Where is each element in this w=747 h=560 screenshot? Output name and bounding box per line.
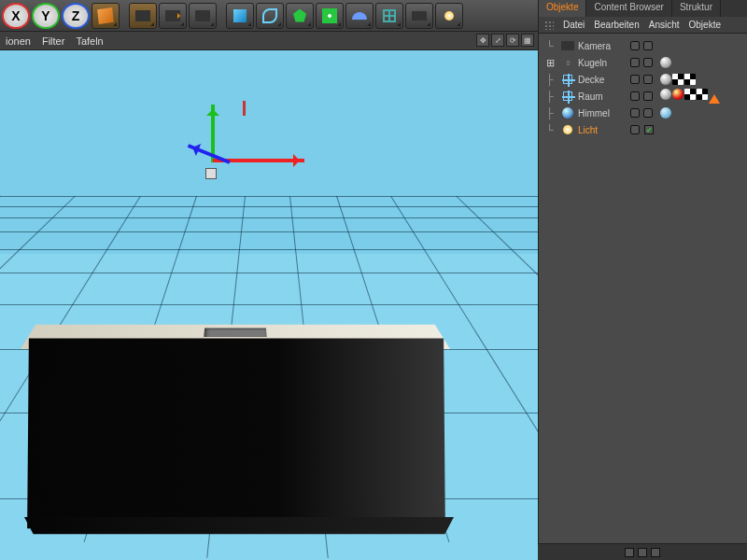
- tree-line: └: [541, 40, 559, 51]
- object-name[interactable]: Decke: [578, 75, 627, 85]
- camera-tool[interactable]: [405, 3, 433, 29]
- object-name[interactable]: Licht: [578, 125, 627, 135]
- spline-tool[interactable]: [256, 3, 284, 29]
- visibility-toggle[interactable]: [630, 91, 640, 101]
- tree-expand[interactable]: ⊞: [541, 57, 559, 69]
- tab-struktur[interactable]: Struktur: [672, 0, 721, 17]
- panel-tabs: Objekte Content Browser Struktur: [539, 0, 747, 17]
- panel-menu-objekte[interactable]: Objekte: [689, 20, 721, 30]
- object-row-himmel[interactable]: ├ Himmel: [541, 105, 745, 121]
- compositing-tag-icon[interactable]: [672, 74, 684, 85]
- status-led: [651, 548, 660, 557]
- axis-y-button[interactable]: Y: [32, 3, 60, 29]
- floor-icon: [383, 9, 396, 22]
- render-toggle[interactable]: [643, 108, 653, 118]
- render-toggle[interactable]: [643, 41, 653, 50]
- material-red-tag-icon[interactable]: [672, 89, 684, 100]
- viewport-orbit-icon[interactable]: ⟳: [506, 34, 519, 47]
- render-settings-button[interactable]: [159, 3, 187, 29]
- array-tool[interactable]: [316, 3, 344, 29]
- box-bottom-face: [24, 517, 454, 534]
- generator-icon: [293, 9, 306, 22]
- object-row-kugeln[interactable]: ⊞ 0 Kugeln: [541, 54, 745, 71]
- render-toggle[interactable]: [643, 58, 653, 67]
- deformer-tool[interactable]: [345, 3, 374, 29]
- panel-menu-datei[interactable]: Datei: [563, 20, 585, 30]
- menu-optionen[interactable]: ionen: [6, 35, 31, 47]
- compositing-tag-icon[interactable]: [684, 74, 696, 85]
- compositing-tag-icon[interactable]: [697, 89, 708, 100]
- null-icon: [561, 73, 574, 86]
- tree-line: ├: [541, 74, 559, 85]
- generator-tool[interactable]: [286, 3, 314, 29]
- material-tag-icon[interactable]: [660, 74, 671, 85]
- coord-system-button[interactable]: [92, 3, 120, 29]
- tab-objekte[interactable]: Objekte: [539, 0, 586, 17]
- axis-z-button[interactable]: Z: [62, 3, 90, 29]
- clapper-arrow-icon: [165, 10, 180, 21]
- flower-icon: [322, 8, 337, 23]
- box-top-hole: [204, 329, 267, 337]
- render-picture-button[interactable]: [189, 3, 217, 29]
- object-row-decke[interactable]: ├ Decke: [541, 71, 745, 88]
- light-tool[interactable]: [435, 3, 463, 29]
- viewport-3d[interactable]: [0, 50, 538, 560]
- null-icon: [561, 90, 574, 103]
- status-led: [638, 548, 647, 557]
- material-sky-tag-icon[interactable]: [660, 107, 671, 119]
- visibility-toggle[interactable]: [630, 125, 640, 134]
- viewport-zoom-icon[interactable]: ⤢: [491, 34, 504, 47]
- object-name[interactable]: Kamera: [578, 41, 627, 51]
- material-tag-icon[interactable]: [660, 57, 671, 68]
- object-name[interactable]: Raum: [578, 91, 627, 102]
- viewport-layout-icon[interactable]: ▦: [521, 34, 534, 47]
- visibility-toggle[interactable]: [630, 58, 640, 67]
- tag-list: [660, 89, 720, 104]
- axis-x-button[interactable]: X: [2, 3, 30, 29]
- panel-grip-icon[interactable]: [544, 21, 554, 30]
- sky-icon: [561, 106, 574, 119]
- tag-list: [660, 57, 671, 68]
- statusbar: [538, 543, 747, 560]
- compositing-tag-icon[interactable]: [684, 89, 696, 100]
- phong-tag-icon[interactable]: [709, 89, 720, 104]
- main-toolbar: X Y Z: [0, 0, 538, 32]
- viewport-nav-icons: ✥ ⤢ ⟳ ▦: [476, 34, 534, 47]
- menu-filter[interactable]: Filter: [42, 35, 64, 47]
- object-row-licht[interactable]: └ Licht: [541, 121, 745, 138]
- light-icon: [444, 11, 454, 21]
- environment-tool[interactable]: [375, 3, 403, 29]
- primitive-tool[interactable]: [226, 3, 254, 29]
- tree-line: └: [541, 124, 559, 135]
- camera-icon: [412, 11, 427, 21]
- panel-menu-ansicht[interactable]: Ansicht: [649, 20, 680, 30]
- light-icon: [561, 123, 574, 136]
- null-icon: 0: [561, 56, 574, 69]
- viewport-pan-icon[interactable]: ✥: [476, 34, 489, 47]
- cube-icon: [97, 7, 114, 23]
- object-name[interactable]: Himmel: [578, 108, 627, 119]
- object-name[interactable]: Kugeln: [578, 58, 627, 68]
- tag-list: [660, 107, 671, 119]
- material-tag-icon[interactable]: [660, 89, 671, 100]
- enable-toggle[interactable]: [644, 125, 654, 134]
- deformer-icon: [352, 12, 367, 20]
- camera-icon: [561, 39, 574, 52]
- object-row-raum[interactable]: ├ Raum: [541, 88, 745, 105]
- object-row-kamera[interactable]: └ Kamera: [541, 37, 745, 54]
- tab-content-browser[interactable]: Content Browser: [586, 0, 671, 17]
- render-view-button[interactable]: [129, 3, 157, 29]
- visibility-toggle[interactable]: [630, 75, 640, 84]
- panel-menu-bearbeiten[interactable]: Bearbeiten: [594, 20, 639, 30]
- render-toggle[interactable]: [643, 91, 653, 101]
- render-toggle[interactable]: [643, 75, 653, 84]
- primitive-icon: [233, 9, 247, 22]
- visibility-toggle[interactable]: [630, 108, 640, 118]
- status-led: [625, 548, 634, 557]
- viewport-menubar: ionen Filter Tafeln ✥ ⤢ ⟳ ▦: [0, 32, 538, 50]
- visibility-toggle[interactable]: [630, 41, 640, 50]
- menu-tafeln[interactable]: Tafeln: [76, 35, 103, 47]
- panel-menubar: Datei Bearbeiten Ansicht Objekte: [539, 17, 747, 34]
- tree-line: ├: [541, 91, 559, 102]
- scene-object-box[interactable]: [0, 50, 538, 560]
